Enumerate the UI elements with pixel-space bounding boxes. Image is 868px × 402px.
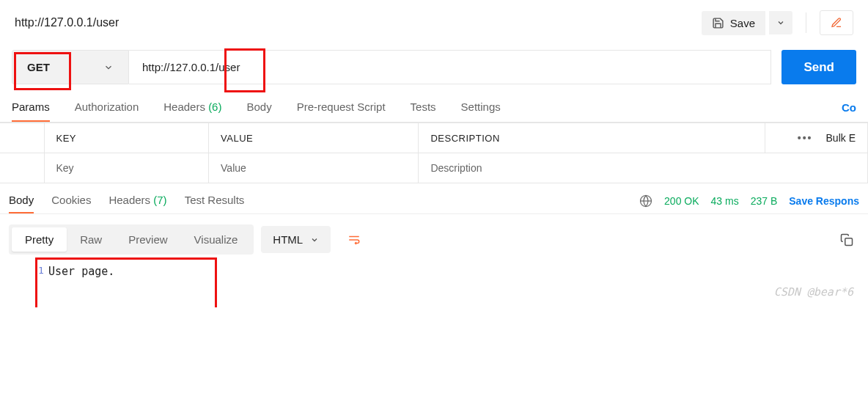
tab-prerequest[interactable]: Pre-request Script [297, 100, 386, 122]
save-icon [712, 17, 724, 29]
chevron-down-icon [103, 62, 114, 73]
bulk-edit-link[interactable]: Bulk E [826, 132, 856, 144]
method-label: GET [27, 61, 50, 73]
top-actions: Save [702, 10, 853, 35]
response-body: 1 User page. CSDN @bear*6 [0, 260, 868, 307]
more-options-icon[interactable]: ••• [798, 132, 813, 144]
resp-tab-testresults[interactable]: Test Results [185, 194, 245, 213]
response-content: User page. [35, 263, 859, 278]
watermark: CSDN @bear*6 [774, 285, 853, 299]
tab-tests[interactable]: Tests [411, 100, 436, 122]
viewer-bar: Pretty Raw Preview Visualize HTML [0, 214, 868, 260]
wrap-lines-icon[interactable] [338, 226, 370, 254]
method-select[interactable]: GET [12, 50, 129, 84]
copy-icon[interactable] [834, 227, 859, 252]
response-tabs: Body Cookies Headers (7) Test Results 20… [0, 183, 868, 214]
chevron-down-icon [776, 18, 785, 27]
params-table: KEY VALUE DESCRIPTION ••• Bulk E Key Val… [0, 123, 868, 183]
request-title: http://127.0.0.1/user [15, 16, 119, 29]
status-size: 237 B [751, 195, 778, 207]
svg-rect-3 [845, 238, 853, 245]
kv-desc-header: DESCRIPTION [419, 123, 765, 153]
description-input[interactable]: Description [419, 153, 868, 183]
seg-visualize[interactable]: Visualize [181, 227, 251, 252]
save-button[interactable]: Save [702, 11, 765, 35]
pencil-icon [831, 17, 842, 29]
status-time: 43 ms [711, 195, 739, 207]
tab-headers-label: Headers [163, 100, 205, 113]
table-row: Key Value Description [0, 153, 868, 183]
kv-value-header: VALUE [209, 123, 419, 153]
resp-tab-headers[interactable]: Headers (7) [108, 194, 166, 213]
tab-headers[interactable]: Headers (6) [163, 100, 221, 122]
url-input[interactable] [129, 50, 771, 84]
tab-settings[interactable]: Settings [461, 100, 501, 122]
tab-authorization[interactable]: Authorization [75, 100, 139, 122]
view-mode-segments: Pretty Raw Preview Visualize [9, 224, 254, 255]
format-select[interactable]: HTML [261, 226, 331, 253]
kv-key-header: KEY [44, 123, 209, 153]
tab-body[interactable]: Body [246, 100, 271, 122]
tab-headers-count: (6) [208, 100, 221, 113]
divider-vertical [806, 12, 806, 33]
resp-tab-cookies[interactable]: Cookies [51, 194, 91, 213]
save-label: Save [730, 17, 755, 29]
send-button[interactable]: Send [781, 50, 856, 84]
resp-tab-headers-count: (7) [153, 194, 166, 206]
line-number: 1 [38, 265, 44, 276]
resp-tab-headers-label: Headers [108, 194, 150, 206]
tab-params[interactable]: Params [12, 100, 50, 122]
seg-pretty[interactable]: Pretty [12, 227, 67, 252]
edit-button[interactable] [820, 10, 853, 35]
save-response-link[interactable]: Save Respons [789, 195, 859, 207]
globe-icon[interactable] [639, 194, 652, 208]
key-input[interactable]: Key [44, 153, 209, 183]
format-label: HTML [273, 233, 303, 246]
seg-raw[interactable]: Raw [67, 227, 115, 252]
request-tabs: Params Authorization Headers (6) Body Pr… [0, 84, 868, 123]
save-dropdown-button[interactable] [769, 11, 792, 34]
chevron-down-icon [310, 235, 319, 244]
cookies-link[interactable]: Co [842, 101, 856, 121]
status-code: 200 OK [664, 195, 699, 207]
seg-preview[interactable]: Preview [115, 227, 180, 252]
value-input[interactable]: Value [209, 153, 419, 183]
resp-tab-body[interactable]: Body [9, 194, 34, 213]
